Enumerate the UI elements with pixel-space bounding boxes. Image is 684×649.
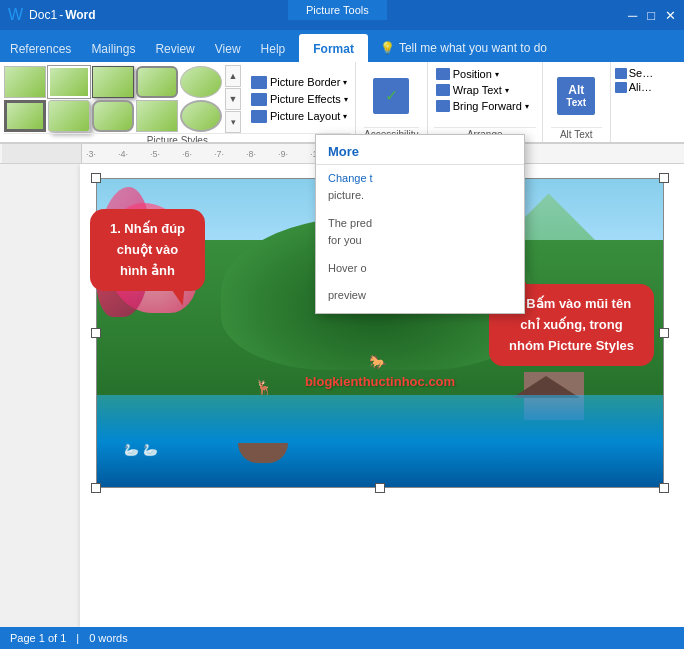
style-thumb-7[interactable] [48, 100, 90, 132]
tab-references[interactable]: References [0, 34, 81, 62]
ribbon-body: ▲ ▼ ▾ Picture Border ▾ Picture Effects ▾ [0, 62, 684, 144]
handle-bm[interactable] [375, 483, 385, 493]
position-btn[interactable]: Position ▾ [434, 67, 536, 81]
style-thumb-5[interactable] [180, 66, 222, 98]
accessibility-inner: ✓ [373, 64, 409, 127]
dropdown-item-3[interactable]: Hover o [316, 255, 524, 282]
border-chevron: ▾ [343, 78, 347, 87]
item1-title: Change t [328, 171, 512, 186]
handle-tl[interactable] [91, 173, 101, 183]
picture-format-buttons: Picture Border ▾ Picture Effects ▾ Pictu… [248, 75, 351, 124]
tab-review[interactable]: Review [145, 34, 204, 62]
handle-ml[interactable] [91, 328, 101, 338]
arrange-section: Position ▾ Wrap Text ▾ Bring Forward ▾ A… [428, 62, 543, 142]
handle-mr[interactable] [659, 328, 669, 338]
doc-title: Doc1 [29, 8, 57, 22]
item2-desc: for you [328, 233, 512, 248]
accessibility-section: ✓ Accessibility [356, 62, 428, 142]
style-thumb-9[interactable] [136, 100, 178, 132]
border-icon [251, 76, 267, 89]
app-icon: W [8, 6, 23, 24]
scroll-up-btn[interactable]: ▲ [225, 65, 241, 87]
bring-icon [436, 100, 450, 112]
app-name: Word [65, 8, 95, 22]
more-styles-btn[interactable]: ▾ [225, 111, 241, 133]
page-info: Page 1 of 1 [10, 632, 66, 644]
tab-format[interactable]: Format [299, 34, 368, 62]
style-thumb-6[interactable] [4, 100, 46, 132]
dropdown-header: More [316, 139, 524, 165]
style-thumb-2[interactable] [48, 66, 90, 98]
accessibility-icon: ✓ [373, 78, 409, 114]
position-icon [436, 68, 450, 80]
tab-help[interactable]: Help [251, 34, 296, 62]
watermark-text: blogkienthuctinhoc.com [305, 374, 455, 389]
layout-icon [251, 110, 267, 123]
picture-effects-btn[interactable]: Picture Effects ▾ [248, 92, 351, 107]
tab-strip: References Mailings Review View Help For… [0, 30, 684, 62]
wrap-icon [436, 84, 450, 96]
window-controls[interactable]: ─ □ ✕ [628, 8, 676, 23]
tab-view[interactable]: View [205, 34, 251, 62]
alt-text-section: Alt Text Alt Text [543, 62, 611, 142]
alt-text-btn[interactable]: Alt Text [557, 77, 595, 115]
item1-desc: picture. [328, 188, 512, 203]
picture-styles-section: ▲ ▼ ▾ Picture Border ▾ Picture Effects ▾ [0, 62, 356, 142]
dropdown-item-4[interactable]: preview [316, 282, 524, 309]
style-scroll: ▲ ▼ ▾ [225, 65, 241, 133]
alt-text-icon: Alt Text [557, 77, 595, 115]
handle-tr[interactable] [659, 173, 669, 183]
close-icon[interactable]: ✕ [665, 8, 676, 23]
item2-title: The pred [328, 216, 512, 231]
alt-text-label: Alt Text [551, 127, 602, 142]
align-btn[interactable]: Ali… [615, 81, 667, 93]
effects-icon [251, 93, 267, 106]
minimize-icon[interactable]: ─ [628, 8, 637, 23]
pos-chevron: ▾ [495, 70, 499, 79]
more-dropdown: More Change t picture. The pred for you … [315, 134, 525, 314]
effects-chevron: ▾ [344, 95, 348, 104]
style-thumb-8[interactable] [92, 100, 134, 132]
wrap-chevron: ▾ [505, 86, 509, 95]
style-thumb-10[interactable] [180, 100, 222, 132]
check-accessibility-btn[interactable]: ✓ [373, 78, 409, 114]
picture-style-thumbnails [4, 66, 222, 132]
style-thumb-4[interactable] [136, 66, 178, 98]
title-separator: - [59, 8, 63, 22]
tell-me-search[interactable]: 💡 Tell me what you want to do [380, 34, 547, 62]
send-btn[interactable]: Se… [615, 67, 667, 79]
dropdown-item-1[interactable]: Change t picture. [316, 165, 524, 210]
checkmark-icon: ✓ [385, 86, 398, 105]
picture-border-btn[interactable]: Picture Border ▾ [248, 75, 351, 90]
title-bar: W Doc1 - Word Picture Tools ─ □ ✕ [0, 0, 684, 30]
style-thumb-3[interactable] [92, 66, 134, 98]
picture-layout-btn[interactable]: Picture Layout ▾ [248, 109, 351, 124]
lightbulb-icon: 💡 [380, 41, 395, 55]
align-icon [615, 82, 627, 93]
bring-chevron: ▾ [525, 102, 529, 111]
picture-tools-context: Picture Tools [288, 0, 387, 20]
handle-bl[interactable] [91, 483, 101, 493]
word-count: 0 words [89, 632, 128, 644]
bring-forward-btn[interactable]: Bring Forward ▾ [434, 99, 536, 113]
maximize-icon[interactable]: □ [647, 8, 655, 23]
scroll-down-btn[interactable]: ▼ [225, 88, 241, 110]
layout-chevron: ▾ [343, 112, 347, 121]
style-thumb-1[interactable] [4, 66, 46, 98]
send-icon [615, 68, 627, 79]
status-bar: Page 1 of 1 | 0 words [0, 627, 684, 649]
callout-1: 1. Nhấn đúp chuột vào hình ảnh [90, 209, 205, 291]
tab-mailings[interactable]: Mailings [81, 34, 145, 62]
picture-styles-label: Picture Styles [4, 133, 351, 144]
handle-br[interactable] [659, 483, 669, 493]
dropdown-item-2[interactable]: The pred for you [316, 210, 524, 255]
wrap-text-btn[interactable]: Wrap Text ▾ [434, 83, 536, 97]
extra-section: Se… Ali… [611, 62, 671, 142]
